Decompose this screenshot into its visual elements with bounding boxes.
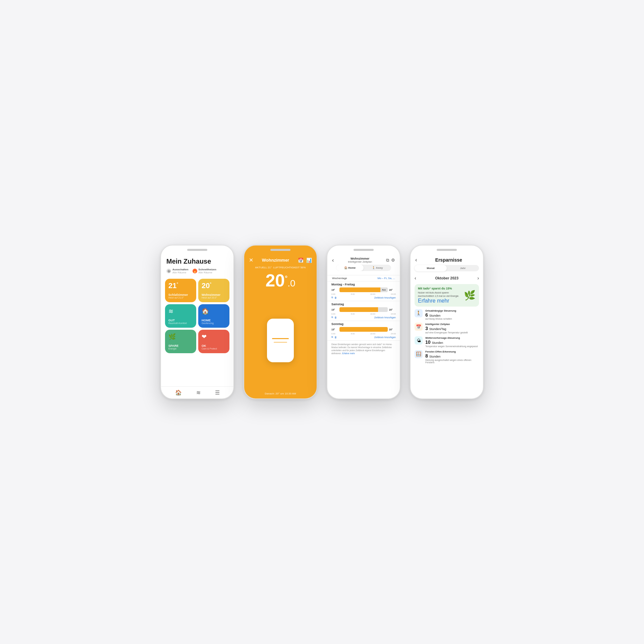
chart-icon[interactable]: 📊 [306, 258, 312, 263]
wochentage-value[interactable]: Mo – Fr, Sa, ... [378, 277, 395, 280]
phone2-header: ✕ Wohnzimmer 📅 📊 [244, 254, 317, 265]
phone1-nav: 🏠 ≋ ☰ [161, 386, 233, 398]
times-mf: 0:008:0016:0024:00 [331, 293, 396, 295]
tile-label-wohnzimmer: Wohnzimmer Heizt auf 20.0° [202, 293, 226, 299]
close-button[interactable]: ✕ [249, 257, 253, 263]
tile-ok[interactable]: ❤ OK Care & Protect [198, 330, 229, 353]
savings-item-3: 🪟 Fenster-Offen-Erkennung 8 Stunden Heiz… [415, 350, 479, 364]
heat-icon: 🔥 [193, 269, 197, 273]
action-off-label: Ausschalten Alle Räume [172, 268, 189, 274]
tile-label-home: HOME Geofencing [202, 319, 226, 324]
tile-home[interactable]: 🏠 HOME Geofencing [198, 304, 229, 328]
add-label-so[interactable]: Zeitblock hinzufügen [374, 336, 396, 338]
phone1-content: Mein Zuhause ⏻ Ausschalten Alle Räume 🔥 … [161, 254, 233, 398]
phone4-tabs: Monat Jahr [415, 265, 479, 271]
copy-icon-so: ⧉ [331, 336, 333, 338]
item-desc-0: auf Away-Modus schalten [425, 318, 456, 320]
copy-icon-mf: ⧉ [331, 296, 333, 299]
temp-20-sa: 20° [389, 309, 396, 311]
copy-icon[interactable]: ⧉ [386, 258, 389, 263]
savings-item-text-0: Ortsabhängige Steuerung 6 Stunden auf Aw… [425, 309, 456, 320]
temp-20-so: 20° [389, 328, 396, 331]
back-button-4[interactable]: ‹ [415, 257, 417, 263]
nav-filter-icon[interactable]: ≋ [196, 389, 201, 396]
tile-spare[interactable]: 🌿 SPARE Energie [165, 330, 196, 353]
add-block-mf[interactable]: ⧉ 🗑 Zeitblock hinzufügen [331, 296, 396, 299]
phone2-footer: Danach: 20° um 10:30 AM [244, 390, 317, 398]
footer-text: Diese Einstellungen werden genutzt wenn … [331, 343, 392, 355]
footer-link[interactable]: Erfahre mehr [342, 352, 355, 355]
item-desc-3: Heizung ausgeschaltet wegen eines offene… [425, 359, 479, 364]
tile-label-schlafzimmer: Schlafzimmer Heizt auf 21.0° [168, 293, 193, 299]
item-hours-1: 3 Stunden/Tag [425, 326, 468, 331]
add-block-sa[interactable]: ⧉ 🗑 Zeitblock hinzufügen [331, 316, 396, 319]
month-nav: ‹ Oktober 2023 › [411, 274, 483, 282]
phone1-title: Mein Zuhause [166, 258, 228, 265]
weather-icon: 🌤 [415, 336, 423, 344]
bar-so [339, 327, 388, 332]
savings-list: 🚶 Ortsabhängige Steuerung 6 Stunden auf … [411, 309, 483, 364]
savings-text: Mit tado° sparst du 15% Nutzer mit Auto-… [418, 287, 461, 304]
add-block-so[interactable]: ⧉ 🗑 Zeitblock hinzufügen [331, 336, 396, 338]
leaf-icon: 🌿 [168, 333, 193, 340]
savings-item-text-2: Wettervorhersage-Steuerung 10 Stunden Te… [425, 336, 478, 347]
phone4-header: ‹ Ersparnisse [411, 254, 483, 265]
plant-icon: 🌿 [464, 290, 476, 301]
settings-icon[interactable]: ⚙ [391, 258, 395, 263]
item-title-1: Intelligenter Zeitplan [425, 323, 468, 326]
tile-schlafzimmer[interactable]: 21° Schlafzimmer Heizt auf 21.0° [165, 279, 196, 302]
trash-icon-so: 🗑 [334, 336, 337, 338]
next-month-button[interactable]: › [477, 275, 479, 281]
phone3-footer: Diese Einstellungen werden genutzt wenn … [327, 340, 400, 357]
window-icon: 🪟 [415, 350, 423, 358]
item-title-0: Ortsabhängige Steuerung [425, 309, 456, 312]
temp-15-sa: 15° [331, 309, 338, 311]
bar-container-so: 15° 20° [331, 327, 396, 332]
tab-monat[interactable]: Monat [415, 265, 447, 271]
section-sonntag: Sonntag 15° 20° 0:008:0016:0024:00 ⧉ 🗑 Z… [327, 321, 400, 340]
savings-highlight: Mit tado° sparst du 15% Nutzer mit Auto-… [415, 284, 479, 307]
savings-link[interactable]: Erfahre mehr [418, 298, 461, 304]
tile-gut[interactable]: ≋ GUT Raumluft-Komfort [165, 304, 196, 328]
phone-4: ‹ Ersparnisse Monat Jahr ‹ Oktober 2023 … [410, 245, 484, 399]
nav-home-icon[interactable]: 🏠 [175, 389, 182, 396]
phones-container: Mein Zuhause ⏻ Ausschalten Alle Räume 🔥 … [147, 231, 497, 413]
wind-icon: ≋ [168, 308, 193, 315]
tab-jahr[interactable]: Jahr [447, 265, 479, 271]
location-icon: 🚶 [415, 309, 423, 317]
calendar-icon[interactable]: 📅 [298, 258, 304, 263]
savings-item-2: 🌤 Wettervorhersage-Steuerung 10 Stunden … [415, 336, 479, 347]
phone2-device [244, 290, 317, 390]
item-desc-2: Temperatur wegen Sonneneinstrahlung ange… [425, 345, 478, 347]
tile-wohnzimmer[interactable]: 20° Wohnzimmer Heizt auf 20.0° [198, 279, 229, 302]
add-label-mf[interactable]: Zeitblock hinzufügen [374, 297, 396, 299]
action-heat[interactable]: 🔥 Schnellheizen Alle Räume [193, 268, 216, 274]
add-label-sa[interactable]: Zeitblock hinzufügen [374, 316, 396, 319]
temp-20-mf: 20° [389, 289, 396, 291]
savings-item-text-3: Fenster-Offen-Erkennung 8 Stunden Heizun… [425, 350, 479, 364]
wochentage-label: Wochentage [332, 277, 347, 280]
trash-icon-sa: 🗑 [334, 316, 337, 319]
prev-month-button[interactable]: ‹ [415, 275, 416, 281]
section-samstag: Samstag 15° 20° 0:008:0016:0024:00 ⧉ 🗑 [327, 301, 400, 321]
calendar-icon-4: 📅 [415, 323, 423, 331]
phone3-header-icons: ⧉ ⚙ [386, 258, 395, 263]
nav-menu-icon[interactable]: ☰ [215, 389, 220, 396]
phone2-header-icons: 📅 📊 [298, 258, 312, 263]
tab-away[interactable]: 🚶 Away [364, 265, 391, 271]
thermostat-line [272, 338, 289, 339]
back-button[interactable]: ‹ [332, 257, 334, 263]
home-icon: 🏠 [202, 308, 226, 315]
month-label: Oktober 2023 [435, 276, 459, 280]
phone3-content: ‹ Wohnzimmer Intelligenter Zeitplan ⧉ ⚙ … [327, 254, 400, 398]
action-heat-label: Schnellheizen Alle Räume [199, 268, 216, 274]
phone1-actions: ⏻ Ausschalten Alle Räume 🔥 Schnellheizen… [166, 268, 228, 274]
savings-item-0: 🚶 Ortsabhängige Steuerung 6 Stunden auf … [415, 309, 479, 320]
times-so: 0:008:0016:0024:00 [331, 333, 396, 335]
day-title-so: Sonntag [331, 322, 396, 326]
action-off[interactable]: ⏻ Ausschalten Alle Räume [166, 268, 189, 274]
phone3-tabs: 🏠 Home 🚶 Away [336, 265, 391, 271]
phone4-content: ‹ Ersparnisse Monat Jahr ‹ Oktober 2023 … [411, 254, 483, 398]
phone-1: Mein Zuhause ⏻ Ausschalten Alle Räume 🔥 … [160, 245, 234, 399]
tab-home[interactable]: 🏠 Home [336, 265, 364, 271]
